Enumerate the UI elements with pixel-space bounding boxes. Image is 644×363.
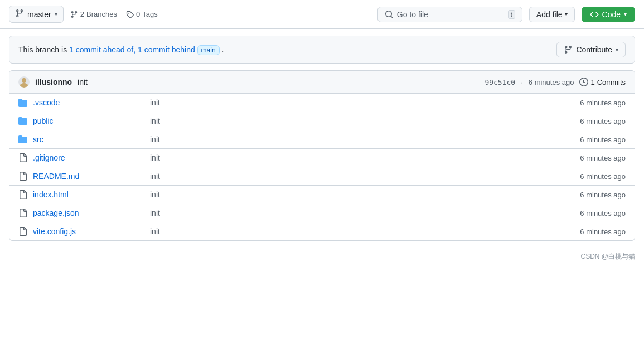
- file-rows-container: .vscodeinit6 minutes agopublicinit6 minu…: [9, 94, 635, 240]
- table-row: vite.config.jsinit6 minutes ago: [9, 222, 635, 240]
- file-time: 6 minutes ago: [564, 209, 626, 217]
- commits-label: Commits: [597, 78, 626, 86]
- file-commit-msg: init: [150, 135, 559, 144]
- commit-username[interactable]: illusionno: [35, 78, 72, 86]
- file-icon: [18, 209, 27, 217]
- branches-count: 2: [80, 10, 84, 18]
- add-file-button[interactable]: Add file ▾: [529, 7, 575, 22]
- file-time: 6 minutes ago: [564, 99, 626, 107]
- file-commit-msg: init: [150, 172, 559, 181]
- tags-label: Tags: [142, 10, 157, 18]
- branch-icon: [15, 9, 24, 20]
- file-time: 6 minutes ago: [564, 117, 626, 125]
- commits-count: 1: [590, 78, 594, 86]
- folder-icon: [18, 117, 27, 125]
- file-icon: [18, 190, 27, 199]
- file-commit-msg: init: [150, 209, 559, 217]
- file-commit-msg: init: [150, 227, 559, 236]
- commit-time: 6 minutes ago: [529, 78, 574, 86]
- branches-label: Branches: [86, 10, 117, 18]
- table-row: .vscodeinit6 minutes ago: [9, 94, 635, 112]
- file-commit-msg: init: [150, 190, 559, 199]
- contribute-button[interactable]: Contribute ▾: [556, 42, 626, 57]
- contribute-label: Contribute: [576, 45, 612, 54]
- table-row: publicinit6 minutes ago: [9, 112, 635, 130]
- file-icon: [18, 153, 27, 162]
- tags-link[interactable]: 0 Tags: [126, 10, 158, 18]
- contribute-chevron: ▾: [616, 47, 618, 53]
- search-placeholder: Go to file: [397, 10, 505, 19]
- file-icon: [18, 227, 27, 236]
- branch-name: master: [27, 10, 51, 19]
- table-row: package.jsoninit6 minutes ago: [9, 204, 635, 222]
- file-name[interactable]: package.json: [33, 209, 144, 217]
- clock-icon: [579, 78, 588, 86]
- file-commit-msg: init: [150, 98, 559, 107]
- avatar: [18, 76, 30, 88]
- code-icon: [590, 10, 599, 19]
- commits-link[interactable]: 1 Commits: [579, 78, 626, 86]
- file-name[interactable]: vite.config.js: [33, 227, 144, 236]
- file-name[interactable]: .vscode: [33, 98, 144, 107]
- commit-meta: 99c51c0 · 6 minutes ago 1 Commits: [485, 78, 626, 86]
- file-time: 6 minutes ago: [564, 172, 626, 181]
- branch-chevron: ▾: [55, 11, 57, 17]
- file-name[interactable]: public: [33, 117, 144, 125]
- search-shortcut: t: [508, 10, 515, 19]
- behind-link[interactable]: 1 commit behind: [138, 45, 195, 54]
- table-row: srcinit6 minutes ago: [9, 130, 635, 149]
- table-row: .gitignoreinit6 minutes ago: [9, 149, 635, 167]
- file-name[interactable]: src: [33, 135, 144, 144]
- branch-notice: This branch is 1 commit ahead of, 1 comm…: [9, 36, 635, 64]
- branch-selector[interactable]: master ▾: [9, 6, 64, 23]
- file-name[interactable]: index.html: [33, 190, 144, 199]
- file-table-header: illusionno init 99c51c0 · 6 minutes ago …: [9, 71, 635, 94]
- code-label: Code: [602, 10, 621, 19]
- file-commit-msg: init: [150, 153, 559, 162]
- commit-message: init: [78, 78, 88, 86]
- tags-count: 0: [136, 10, 140, 18]
- branches-link[interactable]: 2 Branches: [70, 10, 117, 18]
- file-time: 6 minutes ago: [564, 154, 626, 162]
- code-button[interactable]: Code ▾: [582, 7, 635, 22]
- ahead-link[interactable]: 1 commit ahead of,: [69, 45, 135, 54]
- code-chevron: ▾: [624, 11, 627, 17]
- notice-text-before: This branch is: [18, 45, 67, 54]
- search-icon: [385, 10, 394, 19]
- file-commit-msg: init: [150, 117, 559, 125]
- file-name[interactable]: README.md: [33, 172, 144, 181]
- search-box[interactable]: Go to file t: [377, 7, 522, 22]
- dot-separator: ·: [521, 78, 523, 86]
- add-file-chevron: ▾: [565, 11, 568, 17]
- file-time: 6 minutes ago: [564, 191, 626, 199]
- folder-icon: [18, 135, 27, 144]
- top-bar: master ▾ 2 Branches 0 Tags Go to file t …: [0, 0, 644, 29]
- file-table: illusionno init 99c51c0 · 6 minutes ago …: [9, 70, 635, 241]
- main-badge[interactable]: main: [197, 45, 220, 55]
- file-icon: [18, 172, 27, 181]
- svg-point-0: [22, 78, 26, 83]
- notice-text: This branch is 1 commit ahead of, 1 comm…: [18, 45, 224, 54]
- table-row: index.htmlinit6 minutes ago: [9, 186, 635, 204]
- contribute-icon: [564, 45, 573, 54]
- meta-items: 2 Branches 0 Tags: [70, 10, 158, 18]
- watermark: CSDN @白桃与猫: [0, 250, 644, 264]
- table-row: README.mdinit6 minutes ago: [9, 167, 635, 186]
- notice-text-after: .: [222, 45, 224, 54]
- svg-point-1: [20, 83, 28, 88]
- file-name[interactable]: .gitignore: [33, 153, 144, 162]
- file-time: 6 minutes ago: [564, 135, 626, 144]
- add-file-label: Add file: [536, 10, 563, 19]
- file-time: 6 minutes ago: [564, 228, 626, 236]
- commit-hash[interactable]: 99c51c0: [485, 78, 515, 86]
- folder-icon: [18, 98, 27, 107]
